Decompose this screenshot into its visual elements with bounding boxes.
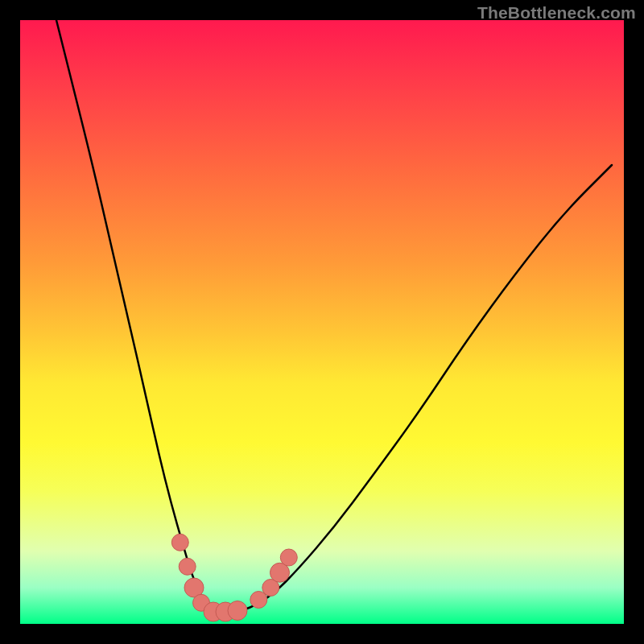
curve-markers: [171, 534, 297, 621]
curve-marker: [228, 601, 247, 621]
curve-marker: [171, 534, 188, 551]
bottleneck-curve: [56, 20, 612, 612]
chart-svg: [20, 20, 624, 624]
plot-area: [20, 20, 624, 624]
curve-marker: [179, 558, 196, 575]
watermark-text: TheBottleneck.com: [477, 3, 636, 23]
chart-frame: TheBottleneck.com: [0, 0, 644, 644]
curve-marker: [280, 549, 297, 566]
